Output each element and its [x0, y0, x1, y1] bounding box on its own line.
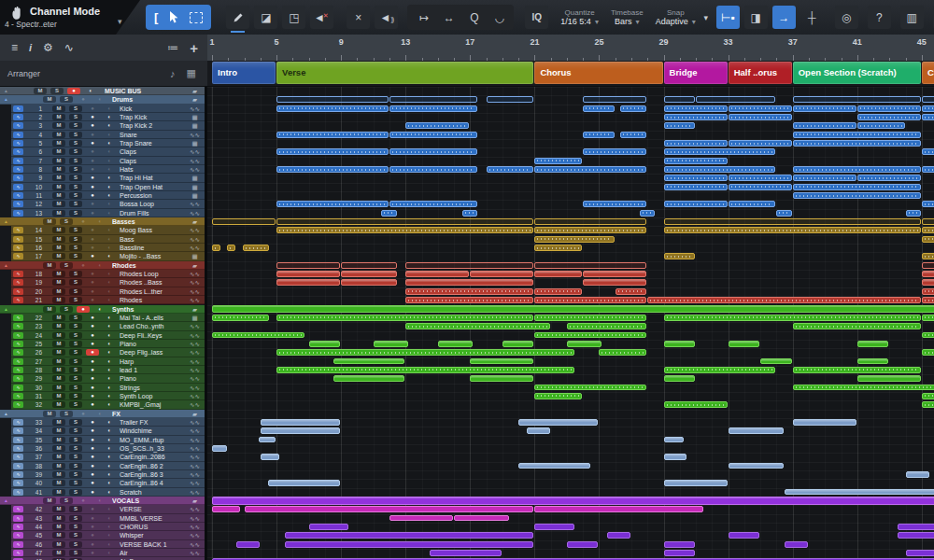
record-arm-button[interactable]: ●	[86, 245, 99, 251]
clip[interactable]	[906, 471, 929, 478]
mute-button[interactable]: M	[52, 419, 65, 426]
track-type-icon[interactable]: ∿	[13, 175, 23, 181]
track-row[interactable]: ∿42MS●◐VERSE∿∿	[0, 505, 205, 513]
clip[interactable]	[922, 148, 934, 155]
clip[interactable]	[276, 227, 533, 233]
clip[interactable]	[664, 550, 696, 556]
track-row[interactable]: ∿23MS●◐Lead Cho..ynth∿∿	[0, 322, 205, 330]
track-row[interactable]: ∿44MS●◐CHORUS∿∿	[0, 523, 205, 531]
clip[interactable]	[906, 210, 921, 217]
record-arm-button[interactable]: ●	[67, 88, 80, 94]
clip[interactable]	[212, 497, 934, 504]
solo-button[interactable]: S	[69, 114, 82, 120]
track-name[interactable]: Mojito - ..Bass	[120, 252, 186, 260]
record-arm-button[interactable]: ●	[86, 227, 99, 233]
clip[interactable]	[664, 114, 728, 120]
clip[interactable]	[857, 375, 921, 382]
track-row[interactable]: ∿14MS●◐Moog Bass∿∿	[0, 226, 205, 234]
record-arm-button[interactable]: ●	[86, 323, 99, 329]
solo-button[interactable]: S	[69, 358, 82, 365]
solo-button[interactable]: S	[60, 218, 73, 225]
mute-button[interactable]: M	[52, 489, 65, 496]
clip[interactable]	[583, 148, 646, 155]
record-arm-button[interactable]: ●	[86, 541, 99, 548]
track-type-icon[interactable]: ∿	[13, 489, 23, 496]
track-type-icon[interactable]: ∿	[13, 210, 23, 217]
timebase-dropdown[interactable]: Timebase Bars▾	[611, 8, 644, 26]
clip[interactable]	[922, 401, 934, 408]
track-name[interactable]: Trailer FX	[120, 418, 186, 427]
clip[interactable]	[664, 454, 687, 460]
mute-button[interactable]: M	[43, 306, 56, 313]
clip[interactable]	[389, 166, 477, 173]
track-name[interactable]: Trap Snare	[120, 139, 186, 147]
clip[interactable]	[438, 341, 473, 347]
mute-button[interactable]: M	[52, 532, 65, 539]
clip[interactable]	[261, 419, 340, 426]
mute-button[interactable]: M	[52, 210, 65, 217]
clip[interactable]	[276, 201, 389, 207]
clip[interactable]	[341, 262, 396, 269]
monitor-button[interactable]: ◐	[103, 437, 116, 443]
record-arm-button[interactable]: ●	[86, 427, 99, 434]
clip[interactable]	[212, 305, 934, 313]
track-row[interactable]: ∿11MS●◐Percussion▦	[0, 191, 205, 200]
clip[interactable]	[518, 419, 598, 426]
track-type-icon[interactable]: ∿	[13, 105, 23, 112]
clip[interactable]	[922, 96, 934, 103]
mute-button[interactable]: M	[52, 375, 65, 382]
mute-button[interactable]: M	[52, 341, 65, 347]
clip[interactable]	[261, 454, 279, 460]
track-name[interactable]: Hats	[120, 165, 186, 174]
track-type-icon[interactable]: ∿	[13, 332, 23, 339]
monitor-button[interactable]: ◐	[103, 550, 116, 556]
clip[interactable]	[922, 262, 934, 269]
record-arm-button[interactable]: ●	[86, 463, 99, 469]
solo-button[interactable]: S	[69, 532, 82, 539]
monitor-button[interactable]: ◐	[103, 184, 116, 190]
clip[interactable]	[212, 218, 276, 225]
clip[interactable]	[793, 122, 856, 129]
mute-button[interactable]: M	[52, 279, 65, 286]
clip[interactable]	[341, 279, 396, 286]
mute-tool-button[interactable]: ◄✕	[310, 6, 333, 29]
clip[interactable]	[534, 297, 646, 303]
solo-button[interactable]: S	[69, 349, 82, 356]
mute-button[interactable]: M	[52, 437, 65, 443]
clip[interactable]	[664, 166, 776, 173]
monitor-button[interactable]: ◐	[103, 192, 116, 199]
monitor-button[interactable]: ◐	[103, 358, 116, 365]
track-row[interactable]: ∿28MS●◐lead 1∿∿	[0, 366, 205, 374]
solo-button[interactable]: S	[69, 253, 82, 259]
record-arm-button[interactable]: ●	[86, 401, 99, 408]
record-arm-button[interactable]: ●	[86, 532, 99, 539]
arrow-tool-icon[interactable]	[168, 11, 179, 23]
solo-button[interactable]: S	[69, 454, 82, 460]
clip[interactable]	[857, 105, 921, 112]
mute-button[interactable]: M	[52, 401, 65, 408]
clip[interactable]	[922, 349, 934, 356]
track-name[interactable]: KMPBI_.Gmaj	[120, 400, 186, 409]
track-row[interactable]: ∿30MS●◐Strings∿∿	[0, 384, 205, 392]
record-arm-button[interactable]: ●	[86, 375, 99, 382]
record-arm-button[interactable]: ●	[86, 271, 99, 277]
music-note-icon[interactable]: ♪	[170, 68, 176, 79]
mute-button[interactable]: M	[43, 497, 56, 504]
quantize-dropdown[interactable]: Quantize 1/16 5:4▾	[560, 8, 599, 26]
clip[interactable]	[922, 201, 934, 207]
track-name[interactable]: Deep Flig..lass	[120, 348, 186, 357]
track-name[interactable]: Rhodes ..Bass	[120, 278, 186, 287]
track-type-icon[interactable]: ∿	[13, 227, 23, 233]
track-type-icon[interactable]: ∿	[13, 393, 23, 399]
monitor-button[interactable]: ◐	[103, 279, 116, 286]
arrangement-lanes[interactable]	[207, 87, 934, 560]
mute-button[interactable]: M	[52, 358, 65, 365]
track-name[interactable]: Windchime	[120, 427, 186, 435]
monitor-button[interactable]: ◐	[103, 445, 116, 452]
arrangement-section[interactable]: Open Section (Scratch)	[793, 62, 921, 84]
track-type-icon[interactable]: ∿	[13, 375, 23, 382]
track-row[interactable]: ∿4MS●◐Snare∿∿	[0, 131, 205, 139]
track-row[interactable]: ∿32MS●◐KMPBI_.Gmaj∿∿	[0, 400, 205, 409]
solo-button[interactable]: S	[69, 341, 82, 347]
track-row[interactable]: ∿7MS●◐Claps∿∿	[0, 157, 205, 165]
